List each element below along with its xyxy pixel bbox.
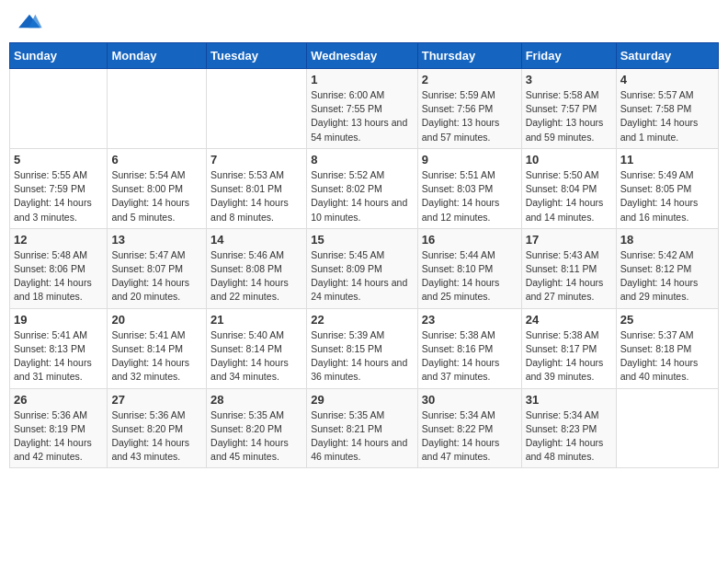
day-info: Sunrise: 5:42 AMSunset: 8:12 PMDaylight:… bbox=[620, 248, 714, 304]
calendar-cell: 18Sunrise: 5:42 AMSunset: 8:12 PMDayligh… bbox=[616, 228, 718, 308]
day-of-week-header: Thursday bbox=[417, 43, 521, 69]
day-info: Sunrise: 5:54 AMSunset: 8:00 PMDaylight:… bbox=[111, 168, 202, 224]
calendar-cell: 1Sunrise: 6:00 AMSunset: 7:55 PMDaylight… bbox=[307, 69, 418, 149]
calendar-cell: 14Sunrise: 5:46 AMSunset: 8:08 PMDayligh… bbox=[207, 228, 307, 308]
day-info: Sunrise: 5:38 AMSunset: 8:17 PMDaylight:… bbox=[526, 328, 612, 385]
day-number: 11 bbox=[620, 153, 714, 167]
day-number: 31 bbox=[526, 393, 612, 407]
day-info: Sunrise: 5:41 AMSunset: 8:13 PMDaylight:… bbox=[14, 328, 103, 385]
day-number: 14 bbox=[210, 233, 302, 247]
day-info: Sunrise: 5:41 AMSunset: 8:14 PMDaylight:… bbox=[111, 328, 202, 385]
day-info: Sunrise: 5:50 AMSunset: 8:04 PMDaylight:… bbox=[526, 168, 612, 224]
logo-icon bbox=[17, 13, 42, 31]
calendar-cell bbox=[207, 69, 307, 149]
day-info: Sunrise: 5:38 AMSunset: 8:16 PMDaylight:… bbox=[422, 328, 518, 385]
calendar-cell: 27Sunrise: 5:36 AMSunset: 8:20 PMDayligh… bbox=[108, 388, 207, 468]
calendar-cell bbox=[616, 388, 718, 468]
calendar-cell: 17Sunrise: 5:43 AMSunset: 8:11 PMDayligh… bbox=[521, 228, 616, 308]
calendar-cell: 23Sunrise: 5:38 AMSunset: 8:16 PMDayligh… bbox=[417, 308, 521, 388]
day-number: 2 bbox=[422, 73, 518, 86]
day-info: Sunrise: 5:55 AMSunset: 7:59 PMDaylight:… bbox=[14, 168, 103, 224]
day-number: 5 bbox=[14, 153, 103, 167]
day-info: Sunrise: 5:46 AMSunset: 8:08 PMDaylight:… bbox=[210, 248, 302, 304]
day-number: 16 bbox=[422, 233, 518, 247]
day-number: 4 bbox=[620, 73, 714, 86]
calendar-header-row: SundayMondayTuesdayWednesdayThursdayFrid… bbox=[10, 43, 719, 69]
day-number: 1 bbox=[311, 73, 414, 86]
calendar-week-row: 5Sunrise: 5:55 AMSunset: 7:59 PMDaylight… bbox=[10, 148, 719, 228]
day-number: 8 bbox=[311, 153, 414, 167]
calendar-body: 1Sunrise: 6:00 AMSunset: 7:55 PMDaylight… bbox=[10, 69, 719, 468]
calendar-cell: 26Sunrise: 5:36 AMSunset: 8:19 PMDayligh… bbox=[10, 388, 108, 468]
day-number: 17 bbox=[526, 233, 612, 247]
day-info: Sunrise: 5:35 AMSunset: 8:20 PMDaylight:… bbox=[210, 408, 302, 465]
day-number: 28 bbox=[210, 393, 302, 407]
calendar-cell bbox=[108, 69, 207, 149]
day-number: 10 bbox=[526, 153, 612, 167]
day-number: 15 bbox=[311, 233, 414, 247]
day-info: Sunrise: 5:59 AMSunset: 7:56 PMDaylight:… bbox=[422, 88, 518, 144]
day-number: 25 bbox=[620, 313, 714, 327]
day-info: Sunrise: 5:52 AMSunset: 8:02 PMDaylight:… bbox=[311, 168, 414, 224]
day-info: Sunrise: 5:34 AMSunset: 8:23 PMDaylight:… bbox=[526, 408, 612, 465]
day-number: 7 bbox=[210, 153, 302, 167]
day-info: Sunrise: 5:58 AMSunset: 7:57 PMDaylight:… bbox=[526, 88, 612, 144]
day-number: 19 bbox=[14, 313, 103, 327]
calendar-cell: 10Sunrise: 5:50 AMSunset: 8:04 PMDayligh… bbox=[521, 148, 616, 228]
calendar-week-row: 26Sunrise: 5:36 AMSunset: 8:19 PMDayligh… bbox=[10, 388, 719, 468]
day-number: 22 bbox=[311, 313, 414, 327]
calendar-cell: 5Sunrise: 5:55 AMSunset: 7:59 PMDaylight… bbox=[10, 148, 108, 228]
day-info: Sunrise: 5:36 AMSunset: 8:20 PMDaylight:… bbox=[111, 408, 202, 465]
day-number: 9 bbox=[422, 153, 518, 167]
day-number: 27 bbox=[111, 393, 202, 407]
logo bbox=[17, 13, 48, 31]
day-number: 3 bbox=[526, 73, 612, 86]
day-number: 21 bbox=[210, 313, 302, 327]
day-info: Sunrise: 5:36 AMSunset: 8:19 PMDaylight:… bbox=[14, 408, 103, 465]
day-number: 26 bbox=[14, 393, 103, 407]
calendar-cell bbox=[10, 69, 108, 149]
calendar-cell: 4Sunrise: 5:57 AMSunset: 7:58 PMDaylight… bbox=[616, 69, 718, 149]
calendar-week-row: 12Sunrise: 5:48 AMSunset: 8:06 PMDayligh… bbox=[10, 228, 719, 308]
calendar-cell: 19Sunrise: 5:41 AMSunset: 8:13 PMDayligh… bbox=[10, 308, 108, 388]
day-info: Sunrise: 5:34 AMSunset: 8:22 PMDaylight:… bbox=[422, 408, 518, 465]
calendar-cell: 12Sunrise: 5:48 AMSunset: 8:06 PMDayligh… bbox=[10, 228, 108, 308]
calendar-cell: 20Sunrise: 5:41 AMSunset: 8:14 PMDayligh… bbox=[108, 308, 207, 388]
calendar-cell: 13Sunrise: 5:47 AMSunset: 8:07 PMDayligh… bbox=[108, 228, 207, 308]
day-info: Sunrise: 5:49 AMSunset: 8:05 PMDaylight:… bbox=[620, 168, 714, 224]
day-info: Sunrise: 5:57 AMSunset: 7:58 PMDaylight:… bbox=[620, 88, 714, 144]
day-number: 18 bbox=[620, 233, 714, 247]
day-of-week-header: Wednesday bbox=[307, 43, 418, 69]
day-number: 6 bbox=[111, 153, 202, 167]
calendar-cell: 16Sunrise: 5:44 AMSunset: 8:10 PMDayligh… bbox=[417, 228, 521, 308]
day-number: 13 bbox=[111, 233, 202, 247]
day-number: 24 bbox=[526, 313, 612, 327]
calendar-cell: 22Sunrise: 5:39 AMSunset: 8:15 PMDayligh… bbox=[307, 308, 418, 388]
day-of-week-header: Tuesday bbox=[207, 43, 307, 69]
day-number: 30 bbox=[422, 393, 518, 407]
day-info: Sunrise: 5:47 AMSunset: 8:07 PMDaylight:… bbox=[111, 248, 202, 304]
calendar-cell: 8Sunrise: 5:52 AMSunset: 8:02 PMDaylight… bbox=[307, 148, 418, 228]
day-number: 12 bbox=[14, 233, 103, 247]
day-info: Sunrise: 5:53 AMSunset: 8:01 PMDaylight:… bbox=[210, 168, 302, 224]
calendar-cell: 11Sunrise: 5:49 AMSunset: 8:05 PMDayligh… bbox=[616, 148, 718, 228]
day-number: 20 bbox=[111, 313, 202, 327]
day-info: Sunrise: 5:44 AMSunset: 8:10 PMDaylight:… bbox=[422, 248, 518, 304]
day-info: Sunrise: 5:48 AMSunset: 8:06 PMDaylight:… bbox=[14, 248, 103, 304]
day-number: 29 bbox=[311, 393, 414, 407]
calendar-cell: 29Sunrise: 5:35 AMSunset: 8:21 PMDayligh… bbox=[307, 388, 418, 468]
calendar-cell: 24Sunrise: 5:38 AMSunset: 8:17 PMDayligh… bbox=[521, 308, 616, 388]
calendar-week-row: 1Sunrise: 6:00 AMSunset: 7:55 PMDaylight… bbox=[10, 69, 719, 149]
calendar-cell: 7Sunrise: 5:53 AMSunset: 8:01 PMDaylight… bbox=[207, 148, 307, 228]
day-info: Sunrise: 5:35 AMSunset: 8:21 PMDaylight:… bbox=[311, 408, 414, 465]
calendar-cell: 28Sunrise: 5:35 AMSunset: 8:20 PMDayligh… bbox=[207, 388, 307, 468]
calendar-cell: 30Sunrise: 5:34 AMSunset: 8:22 PMDayligh… bbox=[417, 388, 521, 468]
page-header bbox=[9, 9, 719, 35]
day-info: Sunrise: 5:39 AMSunset: 8:15 PMDaylight:… bbox=[311, 328, 414, 385]
calendar-cell: 15Sunrise: 5:45 AMSunset: 8:09 PMDayligh… bbox=[307, 228, 418, 308]
day-of-week-header: Friday bbox=[521, 43, 616, 69]
day-info: Sunrise: 5:45 AMSunset: 8:09 PMDaylight:… bbox=[311, 248, 414, 304]
calendar-cell: 9Sunrise: 5:51 AMSunset: 8:03 PMDaylight… bbox=[417, 148, 521, 228]
day-info: Sunrise: 5:40 AMSunset: 8:14 PMDaylight:… bbox=[210, 328, 302, 385]
day-of-week-header: Sunday bbox=[10, 43, 108, 69]
